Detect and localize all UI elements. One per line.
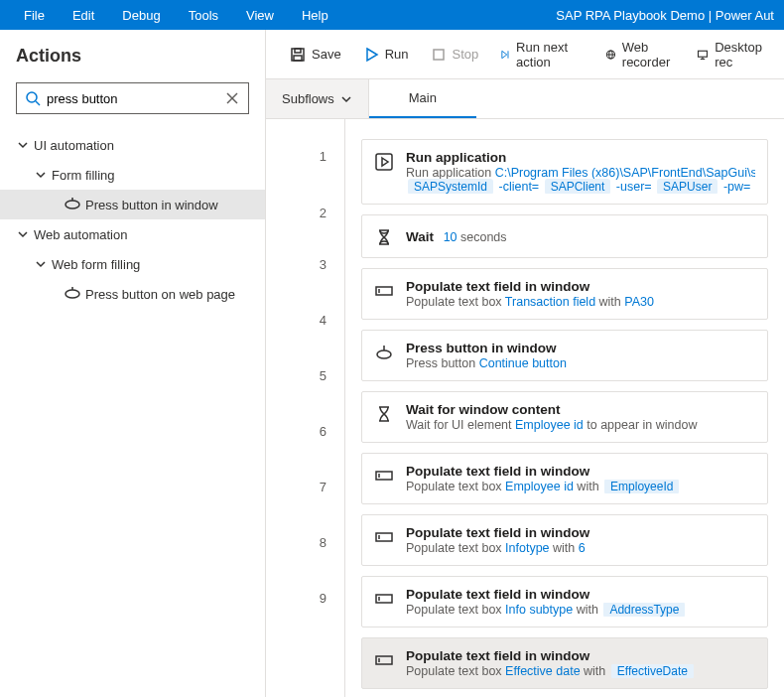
stop-button[interactable]: Stop: [423, 43, 487, 67]
svg-rect-9: [295, 49, 301, 53]
step-title: Populate text field in window: [406, 464, 755, 479]
step-title: Populate text field in window: [406, 587, 755, 602]
menu-help[interactable]: Help: [288, 8, 342, 23]
press-button-icon: [64, 287, 81, 301]
step-title: Run application: [406, 150, 755, 165]
step-title: Press button in window: [406, 341, 755, 355]
globe-icon: [605, 47, 616, 63]
textfield-icon: [374, 589, 394, 609]
step-populate-field[interactable]: Populate text field in window Populate t…: [361, 453, 768, 504]
svg-line-1: [36, 101, 40, 105]
line-number: 6: [320, 424, 327, 439]
step-populate-field[interactable]: Populate text field in window Populate t…: [361, 268, 768, 320]
tree-label: Web automation: [34, 227, 127, 242]
step-wait-window[interactable]: Wait for window content Wait for UI elem…: [361, 391, 768, 443]
subflows-dropdown[interactable]: Subflows: [266, 79, 369, 118]
svg-point-0: [27, 92, 37, 102]
line-number: 4: [320, 313, 327, 328]
press-button-icon: [64, 198, 81, 211]
play-icon: [363, 47, 379, 63]
tree-web-automation[interactable]: Web automation: [0, 219, 265, 249]
actions-header: Actions: [0, 30, 265, 74]
line-number: 1: [320, 149, 327, 164]
menu-view[interactable]: View: [232, 8, 288, 23]
actions-tree: UI automation Form filling Press button …: [0, 126, 265, 313]
svg-point-6: [65, 290, 79, 298]
step-wait[interactable]: Wait 10 seconds: [361, 214, 768, 258]
tree-label: Press button in window: [85, 198, 218, 212]
tree-form-filling[interactable]: Form filling: [0, 160, 265, 190]
menu-tools[interactable]: Tools: [175, 8, 232, 23]
line-number: 9: [320, 591, 327, 606]
svg-marker-13: [502, 51, 507, 58]
menu-debug[interactable]: Debug: [108, 8, 174, 23]
svg-marker-22: [382, 158, 388, 166]
chevron-down-icon: [34, 257, 48, 271]
step-desc: 10 seconds: [444, 230, 507, 244]
line-number: 3: [320, 257, 327, 272]
svg-rect-18: [699, 51, 708, 57]
web-recorder-label: Web recorder: [622, 40, 676, 70]
flow-area: 1 2 3 4 5 6 7 8 9 Run application Run ap…: [266, 119, 784, 697]
step-desc: Wait for UI element Employee id to appea…: [406, 418, 755, 432]
line-number: 7: [320, 480, 327, 494]
chevron-down-icon: [16, 138, 30, 152]
step-run-application[interactable]: Run application Run application C:\Progr…: [361, 139, 768, 205]
clear-search-icon[interactable]: [224, 90, 240, 106]
step-populate-field[interactable]: Populate text field in window Populate t…: [361, 637, 768, 689]
tree-press-button-window[interactable]: Press button in window: [0, 190, 265, 219]
step-title: Wait for window content: [406, 402, 755, 417]
window-title: SAP RPA Playbook Demo | Power Aut: [556, 8, 774, 23]
svg-point-4: [65, 201, 79, 209]
menu-edit[interactable]: Edit: [59, 8, 108, 23]
step-press-button[interactable]: Press button in window Press button Cont…: [361, 330, 768, 381]
hourglass-icon: [374, 227, 394, 247]
menu-file[interactable]: File: [10, 8, 59, 23]
step-populate-field[interactable]: Populate text field in window Populate t…: [361, 514, 768, 566]
stop-label: Stop: [453, 47, 479, 62]
run-button[interactable]: Run: [355, 43, 417, 67]
tree-press-button-web[interactable]: Press button on web page: [0, 279, 265, 309]
tree-label: Press button on web page: [85, 287, 235, 302]
flow-tabs: Subflows Main: [266, 79, 784, 119]
tree-label: Form filling: [52, 168, 115, 183]
step-icon: [500, 47, 510, 63]
run-next-button[interactable]: Run next action: [492, 36, 579, 73]
textfield-icon: [374, 527, 394, 547]
line-number: 2: [320, 206, 327, 220]
menubar: File Edit Debug Tools View Help SAP RPA …: [0, 0, 784, 30]
step-title: Wait: [406, 229, 434, 244]
step-populate-field[interactable]: Populate text field in window Populate t…: [361, 576, 768, 627]
svg-rect-12: [434, 50, 444, 60]
step-title: Populate text field in window: [406, 525, 755, 540]
tree-web-form-filling[interactable]: Web form filling: [0, 249, 265, 279]
save-icon: [290, 47, 306, 63]
step-desc: Press button Continue button: [406, 356, 755, 370]
desktop-recorder-button[interactable]: Desktop rec: [689, 36, 774, 73]
svg-rect-21: [376, 154, 392, 170]
svg-point-25: [377, 350, 391, 358]
svg-rect-10: [294, 56, 302, 61]
step-title: Populate text field in window: [406, 648, 755, 663]
line-gutter: 1 2 3 4 5 6 7 8 9: [266, 119, 345, 697]
tab-main[interactable]: Main: [369, 79, 476, 118]
desktop-icon: [697, 47, 709, 63]
tree-ui-automation[interactable]: UI automation: [0, 130, 265, 160]
actions-search[interactable]: [16, 82, 249, 114]
tree-label: UI automation: [34, 138, 114, 153]
step-desc: Populate text box Info subtype with Addr…: [406, 603, 755, 617]
step-desc: Run application C:\Program Files (x86)\S…: [406, 166, 755, 194]
step-desc: Populate text box Infotype with 6: [406, 541, 755, 555]
chevron-down-icon: [16, 227, 30, 241]
search-input[interactable]: [41, 91, 224, 106]
line-number: 8: [320, 535, 327, 550]
web-recorder-button[interactable]: Web recorder: [597, 36, 683, 73]
textfield-icon: [374, 650, 394, 670]
hourglass-icon: [374, 404, 394, 424]
save-button[interactable]: Save: [282, 43, 349, 67]
desktop-recorder-label: Desktop rec: [715, 40, 766, 70]
stop-icon: [431, 47, 447, 63]
textfield-icon: [374, 281, 394, 301]
workspace: Subflows Main 1 2 3 4 5 6 7 8 9 Run appl…: [266, 79, 784, 697]
run-next-label: Run next action: [516, 40, 571, 70]
